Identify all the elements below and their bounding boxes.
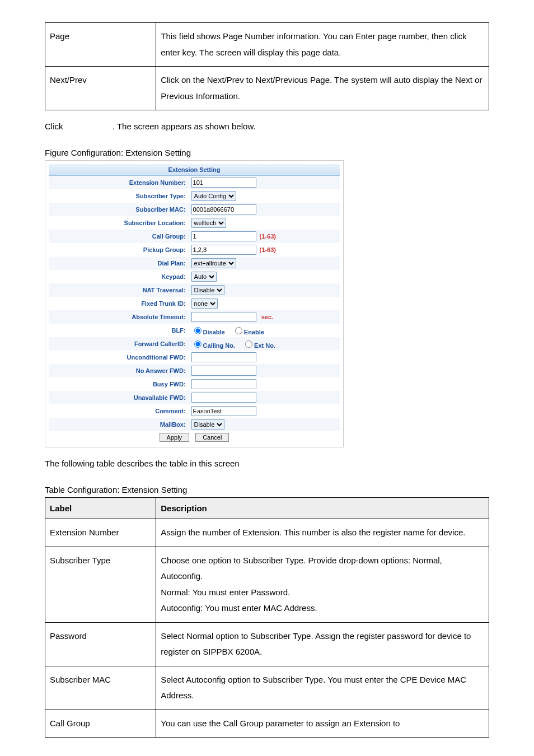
following-text: The following table describes the table … <box>45 459 489 468</box>
cancel-button[interactable]: Cancel <box>195 433 229 442</box>
keypad-label: Keypad: <box>49 270 189 283</box>
busy-fwd-label: Busy FWD: <box>49 377 189 391</box>
cell-desc: You can use the Call Group parameter to … <box>156 710 489 738</box>
nat-traversal-label: NAT Traversal: <box>49 283 189 297</box>
blf-disable-radio[interactable] <box>194 327 202 334</box>
absolute-timeout-input[interactable] <box>191 312 256 322</box>
forward-callerid-label: Forward CallerID: <box>49 337 189 351</box>
cell-desc: Click on the Next/Prev to Next/Previous … <box>156 67 489 110</box>
keypad-select[interactable]: Auto <box>191 272 217 282</box>
busy-fwd-input[interactable] <box>191 379 256 389</box>
blf-disable-text: Disable <box>203 329 225 335</box>
cell-label: Password <box>45 622 156 666</box>
mailbox-select[interactable]: Disable <box>191 419 224 430</box>
nat-traversal-select[interactable]: Disable <box>191 285 224 295</box>
pickup-group-label: Pickup Group: <box>49 243 189 256</box>
call-group-input[interactable] <box>191 231 256 241</box>
dial-plan-select[interactable]: ext+allroute <box>191 258 236 268</box>
extension-number-input[interactable] <box>191 178 256 188</box>
th-desc: Description <box>156 498 489 519</box>
subscriber-mac-input[interactable] <box>191 204 256 214</box>
no-answer-fwd-label: No Answer FWD: <box>49 364 189 377</box>
click-suffix: . The screen appears as shown below. <box>113 122 256 131</box>
pickup-group-hint: (1-63) <box>260 246 276 253</box>
click-prefix: Click <box>45 122 63 131</box>
apply-button[interactable]: Apply <box>160 433 190 442</box>
cell-desc: Select Autoconfig option to Subscriber T… <box>156 666 489 710</box>
subscriber-location-select[interactable]: welltech <box>191 218 226 228</box>
blf-enable-radio[interactable] <box>235 327 242 334</box>
fixed-trunk-select[interactable]: none <box>191 298 218 309</box>
th-label: Label <box>45 498 156 519</box>
comment-label: Comment: <box>49 404 189 418</box>
cell-desc: This field shows Page Number information… <box>156 23 489 67</box>
cell-label: Next/Prev <box>45 67 156 110</box>
fwd-ext-radio[interactable] <box>245 340 252 348</box>
pickup-group-input[interactable] <box>191 245 256 255</box>
subscriber-type-label: Subscriber Type: <box>49 189 189 203</box>
subscriber-location-label: Subscriber Location: <box>49 216 189 230</box>
mailbox-label: MailBox: <box>49 418 189 431</box>
unavailable-fwd-input[interactable] <box>191 393 256 403</box>
table-config-extension: Label Description Extension Number Assig… <box>45 497 489 738</box>
cell-label: Page <box>45 23 156 67</box>
fixed-trunk-label: Fixed Trunk ID: <box>49 297 189 310</box>
unavailable-fwd-label: Unavailable FWD: <box>49 391 189 404</box>
cell-desc: Assign the number of Extension. This num… <box>156 519 489 547</box>
cell-desc: Select Normal option to Subscriber Type.… <box>156 622 489 666</box>
table-page-info: Page This field shows Page Number inform… <box>45 22 489 110</box>
cell-label: Extension Number <box>45 519 156 547</box>
absolute-timeout-unit: sec. <box>261 314 273 320</box>
call-group-hint: (1-63) <box>260 233 276 240</box>
extension-setting-form: Extension Setting Extension Number: Subs… <box>49 164 340 444</box>
cell-desc: Choose one option to Subscriber Type. Pr… <box>156 547 489 622</box>
blf-enable-text: Enable <box>244 329 264 335</box>
blf-label: BLF: <box>49 324 189 337</box>
extension-number-label: Extension Number: <box>49 176 189 190</box>
unconditional-fwd-label: Unconditional FWD: <box>49 351 189 364</box>
figure-caption: Figure Configuration: Extension Setting <box>45 148 489 157</box>
subscriber-mac-label: Subscriber MAC: <box>49 203 189 216</box>
form-header: Extension Setting <box>49 164 340 176</box>
extension-setting-panel: Extension Setting Extension Number: Subs… <box>45 160 344 447</box>
cell-label: Subscriber Type <box>45 547 156 622</box>
comment-input[interactable] <box>191 406 256 416</box>
subscriber-type-select[interactable]: Auto Config <box>191 191 236 201</box>
fwd-calling-text: Calling No. <box>203 342 235 349</box>
fwd-ext-text: Ext No. <box>254 342 275 349</box>
absolute-timeout-label: Absolute Timeout: <box>49 310 189 324</box>
no-answer-fwd-input[interactable] <box>191 366 256 376</box>
dial-plan-label: Dial Plan: <box>49 256 189 270</box>
call-group-label: Call Group: <box>49 230 189 243</box>
table2-caption: Table Configuration: Extension Setting <box>45 485 489 494</box>
cell-label: Call Group <box>45 710 156 738</box>
cell-label: Subscriber MAC <box>45 666 156 710</box>
fwd-calling-radio[interactable] <box>194 340 202 348</box>
unconditional-fwd-input[interactable] <box>191 352 256 362</box>
click-line: Click . The screen appears as shown belo… <box>45 122 489 131</box>
